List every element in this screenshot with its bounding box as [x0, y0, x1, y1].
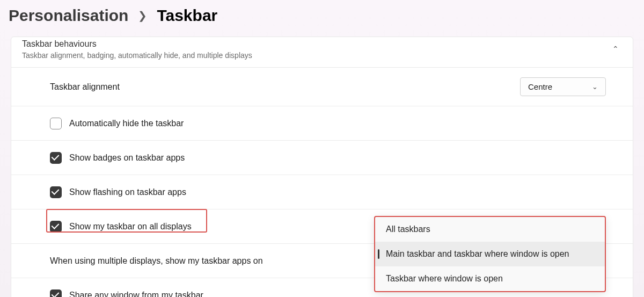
flyout-item-main-and-window[interactable]: Main taskbar and taskbar where window is…: [375, 242, 605, 266]
taskbar-alignment-row: Taskbar alignment Centre ⌄: [11, 68, 633, 106]
chevron-right-icon: ❯: [138, 9, 147, 22]
section-subtitle: Taskbar alignment, badging, automaticall…: [22, 51, 609, 60]
multi-display-flyout: All taskbars Main taskbar and taskbar wh…: [374, 216, 606, 292]
section-title: Taskbar behaviours: [22, 39, 609, 49]
section-header[interactable]: Taskbar behaviours Taskbar alignment, ba…: [11, 37, 633, 68]
breadcrumb-current: Taskbar: [157, 6, 217, 25]
auto-hide-checkbox[interactable]: [50, 118, 62, 129]
flashing-row[interactable]: Show flashing on taskbar apps: [11, 175, 633, 209]
taskbar-alignment-dropdown[interactable]: Centre ⌄: [520, 77, 606, 96]
all-displays-label: Show my taskbar on all displays: [69, 222, 192, 231]
flyout-item-all-taskbars[interactable]: All taskbars: [375, 217, 605, 242]
all-displays-checkbox[interactable]: [50, 221, 62, 233]
taskbar-alignment-label: Taskbar alignment: [50, 82, 120, 92]
breadcrumb-parent[interactable]: Personalisation: [9, 6, 128, 25]
dropdown-value: Centre: [528, 82, 552, 91]
flashing-label: Show flashing on taskbar apps: [69, 187, 186, 197]
chevron-down-icon: ⌄: [592, 83, 598, 91]
flyout-item-window-open[interactable]: Taskbar where window is open: [375, 266, 605, 291]
multi-display-label: When using multiple displays, show my ta…: [50, 256, 263, 266]
badges-label: Show badges on taskbar apps: [69, 153, 185, 163]
chevron-up-icon[interactable]: ⌃: [609, 41, 622, 56]
auto-hide-label: Automatically hide the taskbar: [69, 119, 184, 128]
flashing-checkbox[interactable]: [50, 186, 62, 198]
share-window-checkbox[interactable]: [50, 289, 62, 297]
breadcrumb: Personalisation ❯ Taskbar: [0, 0, 644, 37]
badges-checkbox[interactable]: [50, 152, 62, 164]
badges-row[interactable]: Show badges on taskbar apps: [11, 141, 633, 175]
auto-hide-row[interactable]: Automatically hide the taskbar: [11, 106, 633, 141]
share-window-label: Share any window from my taskbar: [69, 291, 203, 297]
